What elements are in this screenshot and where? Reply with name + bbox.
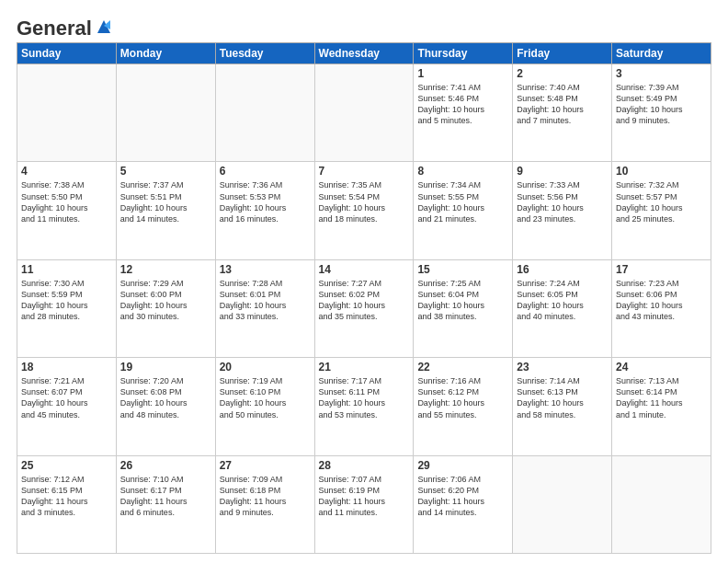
calendar-week-3: 11Sunrise: 7:30 AM Sunset: 5:59 PM Dayli…	[17, 259, 711, 357]
day-number: 1	[417, 67, 508, 80]
calendar-cell: 21Sunrise: 7:17 AM Sunset: 6:11 PM Dayli…	[314, 358, 414, 455]
calendar-cell: 20Sunrise: 7:19 AM Sunset: 6:10 PM Dayli…	[215, 358, 314, 455]
calendar-cell	[116, 64, 215, 162]
day-info: Sunrise: 7:33 AM Sunset: 5:56 PM Dayligh…	[517, 179, 608, 224]
day-info: Sunrise: 7:39 AM Sunset: 5:49 PM Dayligh…	[616, 82, 707, 127]
calendar-table: SundayMondayTuesdayWednesdayThursdayFrid…	[17, 42, 711, 554]
day-info: Sunrise: 7:30 AM Sunset: 5:59 PM Dayligh…	[21, 278, 112, 323]
day-info: Sunrise: 7:16 AM Sunset: 6:12 PM Dayligh…	[417, 375, 508, 420]
day-number: 25	[21, 459, 112, 472]
day-number: 22	[417, 361, 508, 373]
col-header-saturday: Saturday	[612, 43, 711, 64]
calendar-cell: 19Sunrise: 7:20 AM Sunset: 6:08 PM Dayli…	[116, 358, 215, 455]
day-number: 2	[517, 67, 608, 80]
calendar-week-2: 4Sunrise: 7:38 AM Sunset: 5:50 PM Daylig…	[17, 162, 711, 259]
day-number: 28	[319, 459, 410, 472]
day-number: 15	[417, 263, 508, 276]
header: General	[17, 17, 711, 35]
col-header-monday: Monday	[116, 43, 215, 64]
calendar-week-4: 18Sunrise: 7:21 AM Sunset: 6:07 PM Dayli…	[17, 358, 711, 455]
day-number: 10	[616, 165, 707, 178]
day-number: 4	[21, 165, 112, 178]
day-number: 16	[517, 263, 608, 276]
day-info: Sunrise: 7:25 AM Sunset: 6:04 PM Dayligh…	[417, 278, 508, 323]
day-number: 6	[220, 165, 311, 178]
day-info: Sunrise: 7:28 AM Sunset: 6:01 PM Dayligh…	[220, 278, 311, 323]
calendar-cell: 8Sunrise: 7:34 AM Sunset: 5:55 PM Daylig…	[414, 162, 513, 259]
day-info: Sunrise: 7:10 AM Sunset: 6:17 PM Dayligh…	[120, 474, 211, 519]
day-number: 29	[417, 459, 508, 472]
day-info: Sunrise: 7:32 AM Sunset: 5:57 PM Dayligh…	[616, 179, 707, 224]
day-number: 26	[120, 459, 211, 472]
calendar-cell: 28Sunrise: 7:07 AM Sunset: 6:19 PM Dayli…	[314, 455, 414, 553]
col-header-wednesday: Wednesday	[314, 43, 414, 64]
day-number: 3	[616, 67, 707, 80]
calendar-header-row: SundayMondayTuesdayWednesdayThursdayFrid…	[17, 43, 711, 64]
calendar-week-1: 1Sunrise: 7:41 AM Sunset: 5:46 PM Daylig…	[17, 64, 711, 162]
col-header-thursday: Thursday	[414, 43, 513, 64]
day-number: 11	[21, 263, 112, 276]
calendar-cell: 4Sunrise: 7:38 AM Sunset: 5:50 PM Daylig…	[17, 162, 117, 259]
calendar-cell: 23Sunrise: 7:14 AM Sunset: 6:13 PM Dayli…	[513, 358, 612, 455]
day-number: 8	[417, 165, 508, 178]
calendar-cell	[215, 64, 314, 162]
day-number: 9	[517, 165, 608, 178]
calendar-cell: 16Sunrise: 7:24 AM Sunset: 6:05 PM Dayli…	[513, 259, 612, 357]
day-number: 12	[120, 263, 211, 276]
calendar-cell: 26Sunrise: 7:10 AM Sunset: 6:17 PM Dayli…	[116, 455, 215, 553]
calendar-cell: 22Sunrise: 7:16 AM Sunset: 6:12 PM Dayli…	[414, 358, 513, 455]
day-info: Sunrise: 7:13 AM Sunset: 6:14 PM Dayligh…	[616, 375, 707, 420]
day-number: 5	[120, 165, 211, 178]
day-info: Sunrise: 7:21 AM Sunset: 6:07 PM Dayligh…	[21, 375, 112, 420]
day-info: Sunrise: 7:24 AM Sunset: 6:05 PM Dayligh…	[517, 278, 608, 323]
day-info: Sunrise: 7:36 AM Sunset: 5:53 PM Dayligh…	[220, 179, 311, 224]
day-info: Sunrise: 7:35 AM Sunset: 5:54 PM Dayligh…	[319, 179, 410, 224]
day-number: 18	[21, 361, 112, 373]
day-number: 24	[616, 361, 707, 373]
day-info: Sunrise: 7:19 AM Sunset: 6:10 PM Dayligh…	[220, 375, 311, 420]
day-info: Sunrise: 7:09 AM Sunset: 6:18 PM Dayligh…	[220, 474, 311, 519]
col-header-tuesday: Tuesday	[215, 43, 314, 64]
calendar-cell	[314, 64, 414, 162]
calendar-cell: 14Sunrise: 7:27 AM Sunset: 6:02 PM Dayli…	[314, 259, 414, 357]
day-info: Sunrise: 7:14 AM Sunset: 6:13 PM Dayligh…	[517, 375, 608, 420]
calendar-cell: 25Sunrise: 7:12 AM Sunset: 6:15 PM Dayli…	[17, 455, 117, 553]
page: General SundayMondayTuesdayWednesdayThur…	[0, 0, 728, 563]
day-info: Sunrise: 7:40 AM Sunset: 5:48 PM Dayligh…	[517, 82, 608, 127]
day-number: 23	[517, 361, 608, 373]
calendar-cell: 17Sunrise: 7:23 AM Sunset: 6:06 PM Dayli…	[612, 259, 711, 357]
calendar-cell: 10Sunrise: 7:32 AM Sunset: 5:57 PM Dayli…	[612, 162, 711, 259]
logo-general: General	[17, 17, 92, 40]
day-info: Sunrise: 7:12 AM Sunset: 6:15 PM Dayligh…	[21, 474, 112, 519]
calendar-cell: 5Sunrise: 7:37 AM Sunset: 5:51 PM Daylig…	[116, 162, 215, 259]
calendar-cell: 13Sunrise: 7:28 AM Sunset: 6:01 PM Dayli…	[215, 259, 314, 357]
calendar-cell: 15Sunrise: 7:25 AM Sunset: 6:04 PM Dayli…	[414, 259, 513, 357]
calendar-cell	[612, 455, 711, 553]
day-number: 20	[220, 361, 311, 373]
col-header-sunday: Sunday	[17, 43, 117, 64]
calendar-cell	[513, 455, 612, 553]
day-number: 19	[120, 361, 211, 373]
logo-icon	[94, 17, 114, 37]
day-info: Sunrise: 7:37 AM Sunset: 5:51 PM Dayligh…	[120, 179, 211, 224]
day-number: 17	[616, 263, 707, 276]
day-number: 27	[220, 459, 311, 472]
calendar-week-5: 25Sunrise: 7:12 AM Sunset: 6:15 PM Dayli…	[17, 455, 711, 553]
calendar-cell: 11Sunrise: 7:30 AM Sunset: 5:59 PM Dayli…	[17, 259, 117, 357]
calendar-cell	[17, 64, 117, 162]
calendar-cell: 1Sunrise: 7:41 AM Sunset: 5:46 PM Daylig…	[414, 64, 513, 162]
day-info: Sunrise: 7:38 AM Sunset: 5:50 PM Dayligh…	[21, 179, 112, 224]
day-info: Sunrise: 7:17 AM Sunset: 6:11 PM Dayligh…	[319, 375, 410, 420]
calendar-cell: 2Sunrise: 7:40 AM Sunset: 5:48 PM Daylig…	[513, 64, 612, 162]
day-number: 21	[319, 361, 410, 373]
calendar-cell: 9Sunrise: 7:33 AM Sunset: 5:56 PM Daylig…	[513, 162, 612, 259]
day-info: Sunrise: 7:27 AM Sunset: 6:02 PM Dayligh…	[319, 278, 410, 323]
day-info: Sunrise: 7:29 AM Sunset: 6:00 PM Dayligh…	[120, 278, 211, 323]
calendar-cell: 3Sunrise: 7:39 AM Sunset: 5:49 PM Daylig…	[612, 64, 711, 162]
calendar-cell: 6Sunrise: 7:36 AM Sunset: 5:53 PM Daylig…	[215, 162, 314, 259]
day-number: 13	[220, 263, 311, 276]
calendar-cell: 24Sunrise: 7:13 AM Sunset: 6:14 PM Dayli…	[612, 358, 711, 455]
calendar-cell: 7Sunrise: 7:35 AM Sunset: 5:54 PM Daylig…	[314, 162, 414, 259]
calendar-cell: 18Sunrise: 7:21 AM Sunset: 6:07 PM Dayli…	[17, 358, 117, 455]
calendar-cell: 29Sunrise: 7:06 AM Sunset: 6:20 PM Dayli…	[414, 455, 513, 553]
